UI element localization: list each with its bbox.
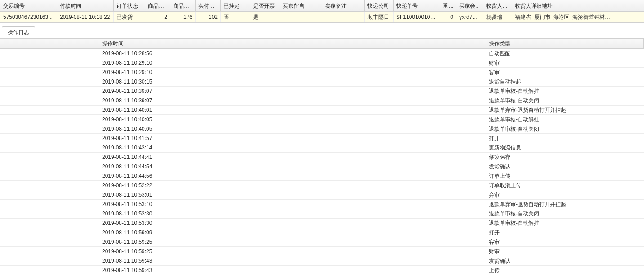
log-cell-time: 2019-08-11 10:29:10 bbox=[99, 68, 486, 77]
log-cell-type: 更新物流信息 bbox=[486, 143, 644, 152]
log-row[interactable]: 2019-08-11 10:59:25客审 bbox=[0, 237, 644, 247]
log-row[interactable]: 2019-08-11 10:53:30退款单审核-自动关闭 bbox=[0, 209, 644, 219]
order-header-status[interactable]: 订单状态 bbox=[114, 0, 145, 11]
order-header-amount[interactable]: 商品金额 bbox=[170, 0, 196, 11]
log-header-blank[interactable] bbox=[0, 39, 99, 48]
order-header-tracking[interactable]: 快递单号 bbox=[394, 0, 440, 11]
log-row[interactable]: 2019-08-11 10:30:15退货自动挂起 bbox=[0, 77, 644, 87]
log-cell-type: 退货自动挂起 bbox=[486, 77, 644, 86]
log-row[interactable]: 2019-08-11 10:44:41修改保存 bbox=[0, 153, 644, 162]
order-header-buyer_msg[interactable]: 买家留言 bbox=[280, 0, 322, 11]
log-row[interactable]: 2019-08-11 10:59:43发货确认 bbox=[0, 256, 644, 266]
log-cell-blank bbox=[0, 200, 99, 209]
log-cell-type: 订单取消上传 bbox=[486, 181, 644, 190]
log-cell-type: 退款单弃审-退货自动打开并挂起 bbox=[486, 106, 644, 114]
log-cell-type: 打开 bbox=[486, 228, 644, 237]
log-cell-blank bbox=[0, 87, 99, 96]
log-row[interactable]: 2019-08-11 10:44:54发货确认 bbox=[0, 162, 644, 171]
log-row[interactable]: 2019-08-11 10:53:01弃审 bbox=[0, 190, 644, 200]
order-header-seller_note[interactable]: 卖家备注 bbox=[322, 0, 365, 11]
order-header-member[interactable]: 买家会... bbox=[456, 0, 483, 11]
log-cell-blank bbox=[0, 124, 99, 133]
log-cell-type: 修改保存 bbox=[486, 153, 644, 162]
log-cell-blank bbox=[0, 106, 99, 114]
log-cell-blank bbox=[0, 49, 99, 58]
order-header-courier[interactable]: 快递公司 bbox=[365, 0, 394, 11]
log-row[interactable]: 2019-08-11 10:28:56自动匹配 bbox=[0, 49, 644, 58]
order-header-paid[interactable]: 实付金额 bbox=[196, 0, 221, 11]
log-row[interactable]: 2019-08-11 10:44:56订单上传 bbox=[0, 171, 644, 181]
order-header-invoice[interactable]: 是否开票 bbox=[250, 0, 280, 11]
log-cell-time: 2019-08-11 10:59:43 bbox=[99, 266, 486, 275]
log-header-time[interactable]: 操作时间 bbox=[99, 39, 486, 48]
order-cell-member: yxrd7s198 bbox=[456, 12, 483, 22]
log-cell-time: 2019-08-11 10:28:56 bbox=[99, 49, 486, 58]
log-cell-blank bbox=[0, 237, 99, 246]
log-row[interactable]: 2019-08-11 10:52:22订单取消上传 bbox=[0, 181, 644, 190]
log-row[interactable]: 2019-08-11 10:40:01退款单弃审-退货自动打开并挂起 bbox=[0, 106, 644, 115]
order-header-consignee[interactable]: 收货人姓名 bbox=[483, 0, 512, 11]
order-data-row[interactable]: 575030467230163...2019-08-11 10:18:22已发货… bbox=[0, 12, 644, 23]
log-cell-blank bbox=[0, 190, 99, 199]
log-row[interactable]: 2019-08-11 10:53:10退款单弃审-退货自动打开并挂起 bbox=[0, 200, 644, 209]
log-cell-blank bbox=[0, 134, 99, 143]
order-header-pay_time[interactable]: 付款时间 bbox=[57, 0, 114, 11]
log-cell-type: 退款单弃审-退货自动打开并挂起 bbox=[486, 200, 644, 209]
order-header-address[interactable]: 收货人详细地址 bbox=[512, 0, 617, 11]
order-cell-amount: 176 bbox=[170, 12, 196, 22]
order-cell-status: 已发货 bbox=[114, 12, 145, 22]
order-grid: 交易编号付款时间订单状态商品数量商品金额实付金额已挂起是否开票买家留言卖家备注快… bbox=[0, 0, 644, 23]
log-row[interactable]: 2019-08-11 10:43:14更新物流信息 bbox=[0, 143, 644, 153]
log-cell-type: 退款单审核-自动关闭 bbox=[486, 209, 644, 218]
log-cell-blank bbox=[0, 68, 99, 77]
log-row[interactable]: 2019-08-11 10:59:43上传 bbox=[0, 266, 644, 275]
log-header-type[interactable]: 操作类型 bbox=[486, 39, 644, 48]
log-row[interactable]: 2019-08-11 10:59:25财审 bbox=[0, 247, 644, 256]
log-cell-time: 2019-08-11 10:41:57 bbox=[99, 134, 486, 143]
order-cell-order_no: 575030467230163... bbox=[0, 12, 57, 22]
log-cell-blank bbox=[0, 209, 99, 218]
log-cell-time: 2019-08-11 10:59:09 bbox=[99, 228, 486, 237]
log-cell-blank bbox=[0, 228, 99, 237]
tab-operation-log[interactable]: 操作日志 bbox=[2, 26, 35, 38]
log-cell-type: 财审 bbox=[486, 58, 644, 67]
order-header-hold[interactable]: 已挂起 bbox=[221, 0, 250, 11]
log-row[interactable]: 2019-08-11 10:39:07退款单审核-自动解挂 bbox=[0, 87, 644, 96]
log-cell-time: 2019-08-11 10:30:15 bbox=[99, 77, 486, 86]
log-cell-blank bbox=[0, 58, 99, 67]
log-row[interactable]: 2019-08-11 10:40:05退款单审核-自动关闭 bbox=[0, 124, 644, 134]
log-row[interactable]: 2019-08-11 10:41:57打开 bbox=[0, 134, 644, 143]
log-row[interactable]: 2019-08-11 10:39:07退款单审核-自动关闭 bbox=[0, 96, 644, 106]
log-cell-type: 发货确认 bbox=[486, 162, 644, 171]
log-cell-type: 退款单审核-自动解挂 bbox=[486, 115, 644, 124]
log-row[interactable]: 2019-08-11 10:29:10客审 bbox=[0, 68, 644, 77]
log-row[interactable]: 2019-08-11 10:40:05退款单审核-自动解挂 bbox=[0, 115, 644, 124]
log-cell-time: 2019-08-11 10:53:30 bbox=[99, 219, 486, 228]
log-cell-time: 2019-08-11 10:59:25 bbox=[99, 247, 486, 256]
order-cell-hold: 否 bbox=[221, 12, 250, 22]
log-grid: 操作时间 操作类型 2019-08-11 10:28:56自动匹配2019-08… bbox=[0, 38, 644, 275]
log-cell-blank bbox=[0, 181, 99, 190]
log-cell-time: 2019-08-11 10:40:05 bbox=[99, 124, 486, 133]
log-row[interactable]: 2019-08-11 10:53:30退款单审核-自动解挂 bbox=[0, 219, 644, 228]
log-cell-type: 退款单审核-自动关闭 bbox=[486, 124, 644, 133]
order-cell-paid: 102 bbox=[196, 12, 221, 22]
log-cell-time: 2019-08-11 10:44:56 bbox=[99, 171, 486, 180]
log-row[interactable]: 2019-08-11 10:29:10财审 bbox=[0, 58, 644, 68]
log-cell-blank bbox=[0, 171, 99, 180]
order-header-order_no[interactable]: 交易编号 bbox=[0, 0, 57, 11]
order-header-weight[interactable]: 重量 bbox=[440, 0, 456, 11]
log-cell-type: 订单上传 bbox=[486, 171, 644, 180]
log-cell-time: 2019-08-11 10:29:10 bbox=[99, 58, 486, 67]
log-cell-blank bbox=[0, 256, 99, 265]
log-body: 2019-08-11 10:28:56自动匹配2019-08-11 10:29:… bbox=[0, 49, 644, 275]
log-cell-time: 2019-08-11 10:44:41 bbox=[99, 153, 486, 162]
log-cell-type: 退款单审核-自动解挂 bbox=[486, 87, 644, 96]
log-cell-blank bbox=[0, 247, 99, 256]
order-cell-address: 福建省_厦门市_海沧区_海沧街道钟林路2... bbox=[512, 12, 617, 22]
order-header-qty[interactable]: 商品数量 bbox=[145, 0, 170, 11]
log-cell-time: 2019-08-11 10:53:30 bbox=[99, 209, 486, 218]
log-cell-time: 2019-08-11 10:44:54 bbox=[99, 162, 486, 171]
log-cell-type: 退款单审核-自动解挂 bbox=[486, 219, 644, 228]
log-row[interactable]: 2019-08-11 10:59:09打开 bbox=[0, 228, 644, 237]
